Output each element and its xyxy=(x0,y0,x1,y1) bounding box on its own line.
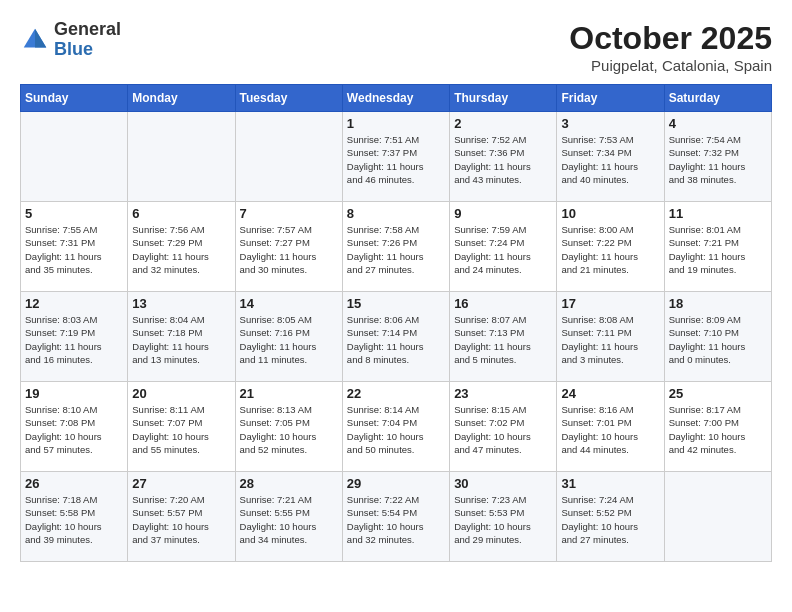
day-number: 8 xyxy=(347,206,445,221)
day-info: Sunrise: 7:24 AMSunset: 5:52 PMDaylight:… xyxy=(561,493,659,546)
calendar-cell: 6Sunrise: 7:56 AMSunset: 7:29 PMDaylight… xyxy=(128,202,235,292)
title-block: October 2025 Puigpelat, Catalonia, Spain xyxy=(569,20,772,74)
weekday-header-monday: Monday xyxy=(128,85,235,112)
calendar-cell: 4Sunrise: 7:54 AMSunset: 7:32 PMDaylight… xyxy=(664,112,771,202)
day-info: Sunrise: 7:52 AMSunset: 7:36 PMDaylight:… xyxy=(454,133,552,186)
day-info: Sunrise: 7:51 AMSunset: 7:37 PMDaylight:… xyxy=(347,133,445,186)
day-number: 21 xyxy=(240,386,338,401)
weekday-header-friday: Friday xyxy=(557,85,664,112)
calendar-cell: 16Sunrise: 8:07 AMSunset: 7:13 PMDayligh… xyxy=(450,292,557,382)
calendar-cell: 23Sunrise: 8:15 AMSunset: 7:02 PMDayligh… xyxy=(450,382,557,472)
day-info: Sunrise: 8:13 AMSunset: 7:05 PMDaylight:… xyxy=(240,403,338,456)
day-number: 22 xyxy=(347,386,445,401)
calendar-cell: 27Sunrise: 7:20 AMSunset: 5:57 PMDayligh… xyxy=(128,472,235,562)
calendar-cell: 28Sunrise: 7:21 AMSunset: 5:55 PMDayligh… xyxy=(235,472,342,562)
calendar-cell: 13Sunrise: 8:04 AMSunset: 7:18 PMDayligh… xyxy=(128,292,235,382)
page-header: General Blue October 2025 Puigpelat, Cat… xyxy=(20,20,772,74)
day-number: 9 xyxy=(454,206,552,221)
calendar-cell xyxy=(664,472,771,562)
day-info: Sunrise: 7:23 AMSunset: 5:53 PMDaylight:… xyxy=(454,493,552,546)
day-info: Sunrise: 7:56 AMSunset: 7:29 PMDaylight:… xyxy=(132,223,230,276)
weekday-header-wednesday: Wednesday xyxy=(342,85,449,112)
calendar-week-3: 12Sunrise: 8:03 AMSunset: 7:19 PMDayligh… xyxy=(21,292,772,382)
month-title: October 2025 xyxy=(569,20,772,57)
day-number: 17 xyxy=(561,296,659,311)
day-number: 25 xyxy=(669,386,767,401)
day-info: Sunrise: 8:07 AMSunset: 7:13 PMDaylight:… xyxy=(454,313,552,366)
day-number: 3 xyxy=(561,116,659,131)
logo-text: General Blue xyxy=(54,20,121,60)
day-number: 4 xyxy=(669,116,767,131)
day-number: 10 xyxy=(561,206,659,221)
location-subtitle: Puigpelat, Catalonia, Spain xyxy=(569,57,772,74)
day-info: Sunrise: 7:55 AMSunset: 7:31 PMDaylight:… xyxy=(25,223,123,276)
day-info: Sunrise: 7:22 AMSunset: 5:54 PMDaylight:… xyxy=(347,493,445,546)
day-number: 27 xyxy=(132,476,230,491)
calendar-week-4: 19Sunrise: 8:10 AMSunset: 7:08 PMDayligh… xyxy=(21,382,772,472)
calendar-header: SundayMondayTuesdayWednesdayThursdayFrid… xyxy=(21,85,772,112)
day-number: 14 xyxy=(240,296,338,311)
logo-general: General xyxy=(54,20,121,40)
day-number: 23 xyxy=(454,386,552,401)
day-number: 28 xyxy=(240,476,338,491)
day-number: 18 xyxy=(669,296,767,311)
day-info: Sunrise: 8:08 AMSunset: 7:11 PMDaylight:… xyxy=(561,313,659,366)
day-info: Sunrise: 7:54 AMSunset: 7:32 PMDaylight:… xyxy=(669,133,767,186)
day-info: Sunrise: 8:17 AMSunset: 7:00 PMDaylight:… xyxy=(669,403,767,456)
day-info: Sunrise: 7:21 AMSunset: 5:55 PMDaylight:… xyxy=(240,493,338,546)
calendar-cell: 7Sunrise: 7:57 AMSunset: 7:27 PMDaylight… xyxy=(235,202,342,292)
day-number: 2 xyxy=(454,116,552,131)
weekday-header-thursday: Thursday xyxy=(450,85,557,112)
weekday-header-tuesday: Tuesday xyxy=(235,85,342,112)
logo: General Blue xyxy=(20,20,121,60)
calendar-cell: 10Sunrise: 8:00 AMSunset: 7:22 PMDayligh… xyxy=(557,202,664,292)
day-number: 24 xyxy=(561,386,659,401)
day-number: 15 xyxy=(347,296,445,311)
calendar-cell: 1Sunrise: 7:51 AMSunset: 7:37 PMDaylight… xyxy=(342,112,449,202)
day-number: 29 xyxy=(347,476,445,491)
calendar-body: 1Sunrise: 7:51 AMSunset: 7:37 PMDaylight… xyxy=(21,112,772,562)
calendar-cell: 14Sunrise: 8:05 AMSunset: 7:16 PMDayligh… xyxy=(235,292,342,382)
day-info: Sunrise: 8:10 AMSunset: 7:08 PMDaylight:… xyxy=(25,403,123,456)
day-number: 7 xyxy=(240,206,338,221)
calendar-cell: 11Sunrise: 8:01 AMSunset: 7:21 PMDayligh… xyxy=(664,202,771,292)
calendar-cell: 17Sunrise: 8:08 AMSunset: 7:11 PMDayligh… xyxy=(557,292,664,382)
calendar-week-2: 5Sunrise: 7:55 AMSunset: 7:31 PMDaylight… xyxy=(21,202,772,292)
calendar-cell: 26Sunrise: 7:18 AMSunset: 5:58 PMDayligh… xyxy=(21,472,128,562)
calendar-cell: 31Sunrise: 7:24 AMSunset: 5:52 PMDayligh… xyxy=(557,472,664,562)
weekday-header-sunday: Sunday xyxy=(21,85,128,112)
svg-marker-1 xyxy=(35,29,46,48)
day-number: 20 xyxy=(132,386,230,401)
calendar-cell: 21Sunrise: 8:13 AMSunset: 7:05 PMDayligh… xyxy=(235,382,342,472)
calendar-week-5: 26Sunrise: 7:18 AMSunset: 5:58 PMDayligh… xyxy=(21,472,772,562)
day-info: Sunrise: 8:03 AMSunset: 7:19 PMDaylight:… xyxy=(25,313,123,366)
day-info: Sunrise: 8:06 AMSunset: 7:14 PMDaylight:… xyxy=(347,313,445,366)
calendar-cell: 22Sunrise: 8:14 AMSunset: 7:04 PMDayligh… xyxy=(342,382,449,472)
calendar-cell: 25Sunrise: 8:17 AMSunset: 7:00 PMDayligh… xyxy=(664,382,771,472)
calendar-cell: 18Sunrise: 8:09 AMSunset: 7:10 PMDayligh… xyxy=(664,292,771,382)
weekday-header-saturday: Saturday xyxy=(664,85,771,112)
calendar-cell xyxy=(21,112,128,202)
calendar-week-1: 1Sunrise: 7:51 AMSunset: 7:37 PMDaylight… xyxy=(21,112,772,202)
calendar-table: SundayMondayTuesdayWednesdayThursdayFrid… xyxy=(20,84,772,562)
day-info: Sunrise: 8:04 AMSunset: 7:18 PMDaylight:… xyxy=(132,313,230,366)
day-info: Sunrise: 7:57 AMSunset: 7:27 PMDaylight:… xyxy=(240,223,338,276)
day-info: Sunrise: 7:18 AMSunset: 5:58 PMDaylight:… xyxy=(25,493,123,546)
calendar-cell xyxy=(128,112,235,202)
day-number: 16 xyxy=(454,296,552,311)
logo-icon xyxy=(20,25,50,55)
day-info: Sunrise: 8:09 AMSunset: 7:10 PMDaylight:… xyxy=(669,313,767,366)
day-info: Sunrise: 8:00 AMSunset: 7:22 PMDaylight:… xyxy=(561,223,659,276)
day-number: 26 xyxy=(25,476,123,491)
day-number: 19 xyxy=(25,386,123,401)
day-info: Sunrise: 7:20 AMSunset: 5:57 PMDaylight:… xyxy=(132,493,230,546)
day-number: 6 xyxy=(132,206,230,221)
day-number: 13 xyxy=(132,296,230,311)
calendar-cell: 2Sunrise: 7:52 AMSunset: 7:36 PMDaylight… xyxy=(450,112,557,202)
day-info: Sunrise: 7:53 AMSunset: 7:34 PMDaylight:… xyxy=(561,133,659,186)
day-number: 30 xyxy=(454,476,552,491)
day-info: Sunrise: 8:14 AMSunset: 7:04 PMDaylight:… xyxy=(347,403,445,456)
day-number: 5 xyxy=(25,206,123,221)
day-info: Sunrise: 8:11 AMSunset: 7:07 PMDaylight:… xyxy=(132,403,230,456)
calendar-cell: 9Sunrise: 7:59 AMSunset: 7:24 PMDaylight… xyxy=(450,202,557,292)
